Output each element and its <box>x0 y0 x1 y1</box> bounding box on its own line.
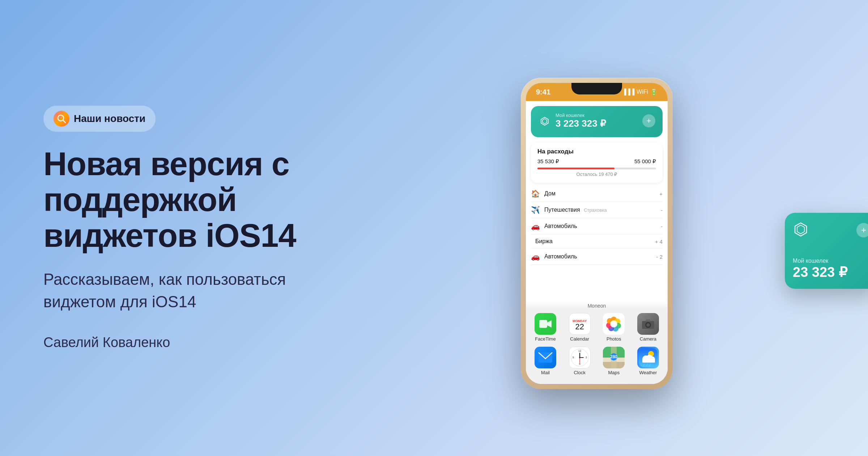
expense-total: 55 000 ₽ <box>634 158 656 165</box>
photos-label: Photos <box>607 336 621 342</box>
svg-rect-20 <box>646 319 650 321</box>
app-mail[interactable]: Mail <box>532 347 558 375</box>
phone-screen: 9:41 ▐▐▐ WiFi 🔋 <box>526 83 668 384</box>
expense-section: На расходы 35 530 ₽ 55 000 ₽ Осталось 19… <box>531 142 663 183</box>
left-section: Наши новости Новая версия с поддержкой в… <box>0 69 326 386</box>
svg-point-31 <box>579 357 580 358</box>
car2-icon: 🚗 <box>531 252 540 261</box>
widget-overlay[interactable]: + Мой кошелек 23 323 ₽ <box>785 213 868 289</box>
svg-marker-6 <box>542 119 547 124</box>
svg-point-2 <box>59 116 61 118</box>
camera-label: Camera <box>640 336 656 342</box>
weather-label: Weather <box>639 370 657 375</box>
transaction-name: Биржа <box>535 238 655 245</box>
transaction-amount: - <box>661 223 663 229</box>
app-facetime[interactable]: FaceTime <box>532 313 558 342</box>
badge: Наши новости <box>43 106 156 132</box>
app-photos[interactable]: Photos <box>601 313 627 342</box>
notch <box>571 83 622 94</box>
svg-point-3 <box>61 116 62 118</box>
app-weather[interactable]: Weather <box>635 347 661 375</box>
svg-text:3: 3 <box>586 356 587 359</box>
overlay-amount: 23 323 ₽ <box>793 264 868 280</box>
phone-mockup: 9:41 ▐▐▐ WiFi 🔋 <box>521 78 673 389</box>
svg-text:280: 280 <box>610 354 617 359</box>
expense-spent: 35 530 ₽ <box>537 158 559 165</box>
app-calendar[interactable]: Monday 22 Calendar <box>567 313 593 342</box>
mail-icon <box>535 347 556 368</box>
widget-logo <box>538 114 551 127</box>
home-icon: 🏠 <box>531 189 540 198</box>
transaction-amount: + 4 <box>655 238 663 245</box>
overlay-logo <box>793 221 809 239</box>
transaction-amount: + <box>659 191 663 197</box>
widget-header: Мой кошелек 3 223 323 ₽ + <box>538 113 655 129</box>
app-maps[interactable]: 280 Maps <box>601 347 627 375</box>
facetime-label: FaceTime <box>535 336 556 342</box>
transaction-name: Дом <box>544 190 659 197</box>
svg-text:9: 9 <box>573 356 574 359</box>
clock-label: Clock <box>574 370 586 375</box>
car-icon: 🚗 <box>531 222 540 231</box>
list-item[interactable]: Биржа + 4 <box>531 235 663 249</box>
svg-point-19 <box>646 323 650 327</box>
calendar-label: Calendar <box>570 336 589 342</box>
progress-fill <box>537 168 614 169</box>
widget-amount: 3 223 323 ₽ <box>556 118 642 129</box>
svg-rect-7 <box>539 320 547 328</box>
transaction-name: Путешествия Страховка <box>544 207 661 213</box>
list-item[interactable]: ✈️ Путешествия Страховка - <box>531 202 663 218</box>
moneon-widget[interactable]: Мой кошелек 3 223 323 ₽ + <box>531 106 663 137</box>
mail-label: Mail <box>541 370 550 375</box>
svg-point-16 <box>610 320 617 328</box>
wifi-icon: WiFi <box>637 89 648 95</box>
app-grid: FaceTime Monday 22 Calendar <box>526 309 668 384</box>
overlay-wallet-label: Мой кошелек <box>793 258 868 264</box>
remaining-amount: Осталось 19 470 ₽ <box>537 172 656 177</box>
app-row-2: Mail 12 3 6 <box>532 347 661 375</box>
battery-icon: 🔋 <box>650 89 658 96</box>
svg-marker-48 <box>797 225 804 234</box>
expense-title: На расходы <box>537 148 656 155</box>
widget-label: Мой кошелек <box>556 113 642 118</box>
overlay-content: Мой кошелек 23 323 ₽ <box>793 258 868 280</box>
svg-rect-43 <box>642 359 655 363</box>
app-camera[interactable]: Camera <box>635 313 661 342</box>
transaction-name: Автомобиль <box>544 223 661 229</box>
status-time: 9:41 <box>536 88 550 96</box>
camera-icon <box>637 313 659 335</box>
subtitle: Рассказываем, как пользоватьсявиджетом д… <box>43 268 297 313</box>
transaction-list: 🏠 Дом + ✈️ Путешествия Страховка - 🚗 Авт… <box>531 186 663 301</box>
list-item[interactable]: 🏠 Дом + <box>531 186 663 202</box>
maps-bg: 280 <box>603 347 625 368</box>
phone-content: Мой кошелек 3 223 323 ₽ + На расходы 35 … <box>526 101 668 384</box>
calendar-icon: Monday 22 <box>569 313 591 335</box>
main-title: Новая версия с поддержкой виджетов iOS14 <box>43 146 297 254</box>
transaction-amount: - 2 <box>656 254 663 260</box>
signal-icon: ▐▐▐ <box>622 89 634 95</box>
right-section: 9:41 ▐▐▐ WiFi 🔋 <box>326 0 868 456</box>
status-bar: 9:41 ▐▐▐ WiFi 🔋 <box>526 83 668 101</box>
widget-plus-button[interactable]: + <box>642 114 655 127</box>
app-clock[interactable]: 12 3 6 9 <box>567 347 593 375</box>
weather-icon <box>637 347 659 368</box>
badge-label: Наши новости <box>74 113 145 124</box>
app-label-bar: Moneon <box>526 301 668 309</box>
author: Савелий Коваленко <box>43 335 297 350</box>
overlay-header: + <box>793 221 868 239</box>
transaction-name: Автомобиль <box>544 253 656 260</box>
transaction-tag: Страховка <box>584 207 607 213</box>
maps-icon: 280 <box>603 347 625 368</box>
clock-icon: 12 3 6 9 <box>569 347 591 368</box>
transaction-amount: - <box>661 207 663 213</box>
list-item[interactable]: 🚗 Автомобиль - <box>531 218 663 235</box>
svg-point-4 <box>59 118 60 119</box>
expense-amounts: 35 530 ₽ 55 000 ₽ <box>537 158 656 165</box>
svg-text:6: 6 <box>579 363 580 365</box>
svg-marker-8 <box>547 320 552 328</box>
overlay-plus-button[interactable]: + <box>856 223 868 237</box>
widget-info: Мой кошелек 3 223 323 ₽ <box>556 113 642 129</box>
list-item[interactable]: 🚗 Автомобиль - 2 <box>531 249 663 265</box>
status-icons: ▐▐▐ WiFi 🔋 <box>622 89 658 96</box>
badge-icon <box>54 111 69 127</box>
